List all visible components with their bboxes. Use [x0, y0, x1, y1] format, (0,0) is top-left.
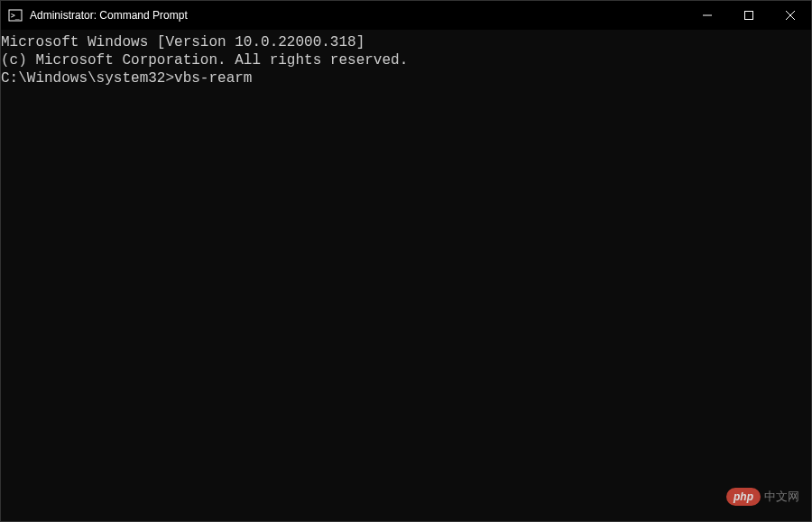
window-controls [687, 1, 811, 30]
close-button[interactable] [770, 1, 811, 30]
version-line: Microsoft Windows [Version 10.0.22000.31… [1, 33, 811, 51]
titlebar[interactable]: >_ Administrator: Command Prompt [1, 1, 811, 30]
titlebar-left: >_ Administrator: Command Prompt [1, 8, 188, 23]
minimize-button[interactable] [687, 1, 728, 30]
maximize-icon [744, 11, 753, 20]
watermark-badge: php [726, 488, 761, 506]
maximize-button[interactable] [728, 1, 770, 30]
svg-text:>_: >_ [11, 12, 20, 20]
minimize-icon [703, 11, 712, 20]
command-prompt-window: >_ Administrator: Command Prompt [0, 0, 812, 522]
prompt-path: C:\Windows\system32> [1, 70, 174, 87]
svg-rect-3 [745, 12, 753, 20]
watermark: php 中文网 [726, 488, 799, 506]
prompt-line: C:\Windows\system32>vbs-rearm [1, 69, 811, 87]
typed-command: vbs-rearm [174, 70, 252, 87]
window-title: Administrator: Command Prompt [30, 9, 188, 22]
close-icon [786, 11, 795, 20]
cmd-icon: >_ [8, 8, 23, 23]
copyright-line: (c) Microsoft Corporation. All rights re… [1, 51, 811, 69]
terminal-output[interactable]: Microsoft Windows [Version 10.0.22000.31… [1, 30, 811, 521]
watermark-text: 中文网 [764, 489, 799, 505]
